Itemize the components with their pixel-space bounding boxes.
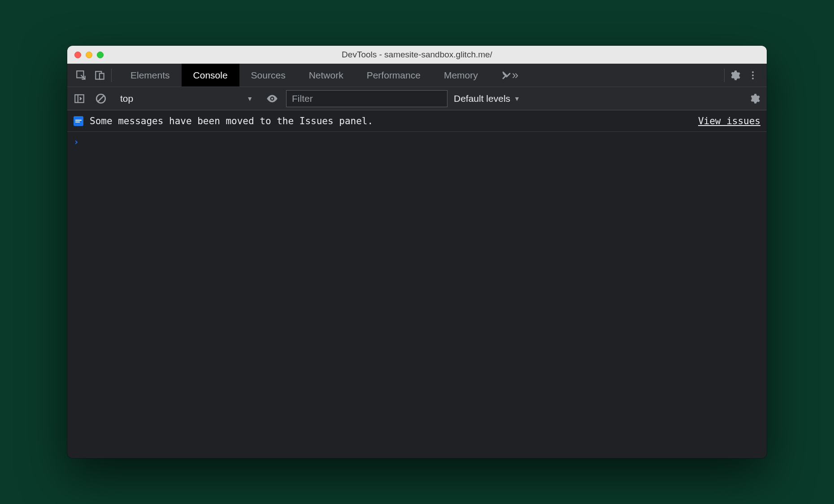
svg-point-10 [271, 97, 274, 100]
maximize-window-button[interactable] [97, 52, 104, 58]
tabbar: Elements Console Sources Network Perform… [67, 64, 767, 87]
close-window-button[interactable] [74, 52, 81, 58]
context-label: top [120, 93, 133, 104]
svg-rect-6 [75, 95, 84, 102]
svg-line-9 [98, 96, 104, 101]
tab-network[interactable]: Network [297, 64, 355, 87]
tabs-overflow[interactable]: » [490, 64, 530, 87]
divider [111, 69, 112, 82]
tab-memory[interactable]: Memory [432, 64, 490, 87]
issues-infobar: Some messages have been moved to the Iss… [67, 110, 767, 132]
log-level-selector[interactable]: Default levels ▼ [454, 93, 520, 104]
level-label: Default levels [454, 93, 510, 104]
svg-rect-2 [100, 73, 104, 79]
sidebar-toggle-icon[interactable] [72, 91, 87, 106]
live-expression-icon[interactable] [265, 91, 280, 106]
chevron-down-icon: ▼ [514, 95, 520, 102]
svg-point-5 [752, 78, 754, 79]
tab-elements[interactable]: Elements [119, 64, 182, 87]
svg-point-3 [752, 71, 754, 73]
filter-input[interactable] [286, 90, 447, 107]
issues-message: Some messages have been moved to the Iss… [90, 116, 373, 126]
chevron-down-icon: ▼ [247, 95, 253, 102]
settings-icon[interactable] [727, 68, 743, 83]
tab-performance[interactable]: Performance [355, 64, 432, 87]
context-selector[interactable]: top ▼ [115, 93, 258, 104]
console-settings-icon[interactable] [747, 91, 762, 106]
device-toggle-icon[interactable] [92, 68, 108, 83]
devtools-window: DevTools - samesite-sandbox.glitch.me/ E… [67, 46, 767, 458]
console-body[interactable]: › [67, 132, 767, 458]
clear-console-icon[interactable] [93, 91, 109, 106]
minimize-window-button[interactable] [86, 52, 92, 58]
console-toolbar: top ▼ Default levels ▼ [67, 87, 767, 110]
more-menu-icon[interactable] [745, 68, 760, 83]
console-prompt: › [74, 136, 79, 147]
tab-console[interactable]: Console [182, 64, 239, 87]
titlebar: DevTools - samesite-sandbox.glitch.me/ [67, 46, 767, 64]
svg-point-4 [752, 74, 754, 76]
tab-sources[interactable]: Sources [239, 64, 297, 87]
inspect-element-icon[interactable] [74, 68, 89, 83]
divider [724, 69, 725, 82]
issues-icon [74, 116, 83, 126]
traffic-lights [74, 52, 104, 58]
window-title: DevTools - samesite-sandbox.glitch.me/ [74, 50, 760, 60]
view-issues-link[interactable]: View issues [698, 116, 760, 126]
